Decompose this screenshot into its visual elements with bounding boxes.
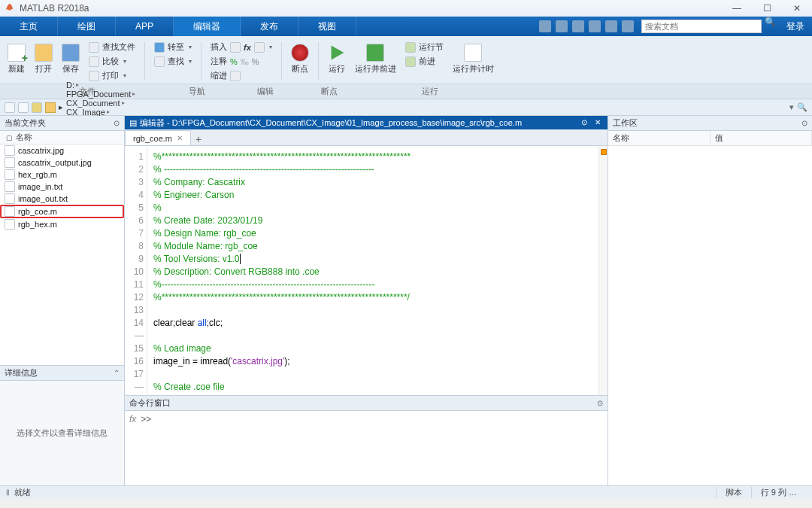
find-files-button[interactable]: 查找文件: [86, 41, 138, 53]
tab-home[interactable]: 主页: [0, 17, 58, 36]
tab-apps[interactable]: APP: [116, 17, 174, 36]
comment-button[interactable]: 注释 % ‰ %: [208, 55, 275, 68]
run-section-button[interactable]: 运行节: [402, 41, 447, 53]
fx-icon: fx: [244, 43, 251, 52]
run-advance-button[interactable]: 运行并前进: [352, 41, 399, 78]
addr-search-icon[interactable]: 🔍: [797, 102, 807, 112]
run-icon: [328, 44, 346, 62]
compare-icon: [89, 56, 99, 67]
group-label-break: 断点: [311, 84, 347, 99]
tab-add-button[interactable]: +: [191, 133, 206, 145]
quick-access-icons: [539, 17, 638, 36]
address-bar: ▸ D:▸FPGA_Document▸CX_Document▸CX_Image▸…: [0, 99, 812, 116]
close-button[interactable]: ✕: [782, 0, 812, 17]
open-folder-icon: [35, 44, 53, 62]
search-icon[interactable]: 🔍: [765, 17, 779, 36]
qa-redo-icon[interactable]: [622, 20, 634, 32]
run-button[interactable]: 运行: [325, 41, 349, 78]
find-button[interactable]: 查找▾: [151, 55, 195, 68]
title-bar: MATLAB R2018a — ☐ ✕: [0, 0, 812, 17]
qa-cut-icon[interactable]: [556, 20, 568, 32]
open-button[interactable]: 打开: [32, 41, 56, 78]
tab-close-icon[interactable]: ✕: [177, 134, 183, 142]
file-item[interactable]: rgb_coe.m: [0, 205, 124, 218]
nav-up-icon[interactable]: [32, 102, 42, 113]
login-link[interactable]: 登录: [779, 17, 812, 36]
editor-close-icon[interactable]: ✕: [592, 117, 603, 128]
tab-publish[interactable]: 发布: [241, 17, 298, 36]
file-item[interactable]: hex_rgb.m: [0, 169, 124, 181]
current-folder-title: 当前文件夹⊙: [0, 116, 124, 131]
warning-marker-icon[interactable]: [601, 149, 607, 155]
details-title: 详细信息⌃: [0, 366, 124, 381]
status-script: 脚本: [716, 487, 751, 498]
cmd-collapse-icon[interactable]: ⊙: [597, 399, 603, 407]
file-tab[interactable]: rgb_coe.m✕: [125, 130, 191, 145]
indent-button[interactable]: 缩进: [208, 69, 275, 82]
command-window[interactable]: fx >>: [125, 411, 607, 485]
breakpoint-icon: [291, 44, 309, 62]
indent-icon: [230, 71, 241, 81]
print-icon: [89, 71, 99, 81]
maximize-button[interactable]: ☐: [752, 0, 782, 17]
compare-button[interactable]: 比较▾: [86, 55, 138, 68]
file-icon: [5, 206, 15, 217]
status-bar: ⦀ 就绪 脚本 行 9 列 …: [0, 485, 812, 499]
ws-collapse-icon[interactable]: ⊙: [801, 119, 807, 127]
file-item[interactable]: rgb_hex.m: [0, 218, 124, 230]
tab-view[interactable]: 视图: [298, 17, 356, 36]
fx-prompt-icon: fx: [129, 414, 136, 482]
insert-section-icon: [230, 42, 241, 53]
file-icon: [5, 181, 15, 192]
code-editor[interactable]: 1234567891011121314 —151617 —181920 —212…: [125, 146, 607, 395]
find-icon: [154, 56, 165, 67]
tab-editor[interactable]: 编辑器: [174, 17, 241, 36]
breadcrumb-item[interactable]: FPGA_Document▸: [66, 90, 164, 99]
advance-button[interactable]: 前进: [402, 55, 447, 68]
editor-restore-icon[interactable]: ⊙: [579, 117, 589, 128]
file-list: ▢名称 cascatrix.jpgcascatrix_output.jpghex…: [0, 131, 124, 365]
file-item[interactable]: image_in.txt: [0, 181, 124, 193]
goto-icon: [154, 42, 165, 53]
advance-icon: [405, 56, 416, 67]
status-ready: 就绪: [14, 487, 31, 498]
search-docs-input[interactable]: [641, 20, 762, 33]
save-button[interactable]: 保存: [59, 41, 83, 78]
goto-button[interactable]: 转至▾: [151, 41, 195, 53]
command-window-title: 命令行窗口⊙: [125, 396, 607, 411]
command-prompt: >>: [141, 414, 151, 482]
editor-doc-header: ▤ 编辑器 - D:\FPGA_Document\CX_Document\CX_…: [125, 116, 607, 129]
qa-undo-icon[interactable]: [605, 20, 617, 32]
breadcrumb-item[interactable]: CX_Document▸: [66, 99, 164, 108]
qa-paste-icon[interactable]: [589, 20, 601, 32]
run-advance-icon: [366, 44, 384, 62]
insert-button[interactable]: 插入 fx ▾: [208, 41, 275, 53]
collapse-icon[interactable]: ⊙: [114, 119, 120, 127]
folder-icon: [45, 102, 56, 113]
ws-col-name[interactable]: 名称: [608, 131, 710, 145]
breakpoints-button[interactable]: 断点: [288, 41, 312, 78]
breadcrumb-item[interactable]: CX_Image▸: [66, 108, 164, 117]
ws-col-value[interactable]: 值: [710, 131, 813, 145]
file-tab-bar: rgb_coe.m✕ +: [125, 129, 607, 146]
chevron-right-icon: ▸: [59, 102, 63, 112]
file-icon: [5, 169, 15, 180]
breadcrumb-item[interactable]: D:▸: [66, 81, 164, 90]
file-item[interactable]: image_out.txt: [0, 193, 124, 205]
file-col-header[interactable]: 名称: [16, 132, 32, 143]
group-label-run: 运行: [347, 84, 513, 99]
qa-copy-icon[interactable]: [572, 20, 584, 32]
file-item[interactable]: cascatrix.jpg: [0, 144, 124, 157]
file-item[interactable]: cascatrix_output.jpg: [0, 157, 124, 169]
details-chevron-icon[interactable]: ⌃: [114, 369, 120, 377]
ribbon-tab-bar: 主页 绘图 APP 编辑器 发布 视图 🔍 登录: [0, 17, 812, 36]
new-button[interactable]: 新建: [5, 41, 29, 78]
nav-fwd-icon[interactable]: [18, 102, 29, 113]
tab-plots[interactable]: 绘图: [58, 17, 116, 36]
app-title: MATLAB R2018a: [20, 3, 89, 14]
qa-save-icon[interactable]: [539, 20, 551, 32]
run-time-button[interactable]: 运行并计时: [450, 41, 497, 78]
nav-back-icon[interactable]: [5, 102, 15, 113]
code-marker-column: [598, 146, 607, 395]
minimize-button[interactable]: —: [722, 0, 752, 17]
